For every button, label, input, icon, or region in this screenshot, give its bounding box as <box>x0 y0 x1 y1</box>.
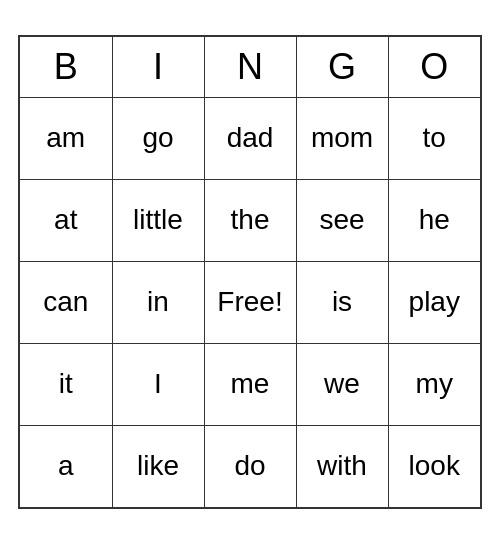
cell-r0-c2: dad <box>204 97 296 179</box>
cell-r4-c3: with <box>296 425 388 507</box>
table-row: itImewemy <box>20 343 480 425</box>
cell-r2-c3: is <box>296 261 388 343</box>
cell-r4-c1: like <box>112 425 204 507</box>
bingo-card: BINGO amgodadmomtoatlittletheseehecaninF… <box>18 35 482 509</box>
cell-r4-c0: a <box>20 425 112 507</box>
header-col-g: G <box>296 37 388 97</box>
cell-r4-c4: look <box>388 425 480 507</box>
cell-r0-c1: go <box>112 97 204 179</box>
table-row: caninFree!isplay <box>20 261 480 343</box>
cell-r1-c2: the <box>204 179 296 261</box>
cell-r2-c1: in <box>112 261 204 343</box>
header-col-n: N <box>204 37 296 97</box>
cell-r1-c1: little <box>112 179 204 261</box>
header-col-b: B <box>20 37 112 97</box>
table-row: amgodadmomto <box>20 97 480 179</box>
cell-r2-c4: play <box>388 261 480 343</box>
cell-r1-c0: at <box>20 179 112 261</box>
cell-r4-c2: do <box>204 425 296 507</box>
cell-r0-c0: am <box>20 97 112 179</box>
header-col-o: O <box>388 37 480 97</box>
cell-r3-c4: my <box>388 343 480 425</box>
cell-r3-c0: it <box>20 343 112 425</box>
cell-r0-c4: to <box>388 97 480 179</box>
cell-r3-c3: we <box>296 343 388 425</box>
cell-r3-c2: me <box>204 343 296 425</box>
bingo-table: BINGO amgodadmomtoatlittletheseehecaninF… <box>20 37 480 507</box>
cell-r0-c3: mom <box>296 97 388 179</box>
table-row: alikedowithlook <box>20 425 480 507</box>
cell-r3-c1: I <box>112 343 204 425</box>
cell-r1-c3: see <box>296 179 388 261</box>
cell-r2-c2: Free! <box>204 261 296 343</box>
cell-r2-c0: can <box>20 261 112 343</box>
table-row: atlittletheseehe <box>20 179 480 261</box>
header-row: BINGO <box>20 37 480 97</box>
cell-r1-c4: he <box>388 179 480 261</box>
header-col-i: I <box>112 37 204 97</box>
